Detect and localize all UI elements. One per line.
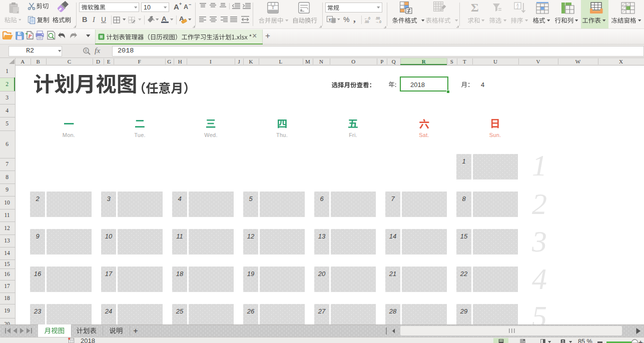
svg-text:.00: .00 xyxy=(375,16,380,20)
svg-text:R: R xyxy=(85,48,87,53)
svg-text:P: P xyxy=(28,33,32,39)
svg-text:→.0: →.0 xyxy=(375,20,381,24)
svg-text:T: T xyxy=(272,5,275,10)
svg-text:←.0: ←.0 xyxy=(364,16,370,20)
svg-text:Z: Z xyxy=(517,6,519,10)
svg-text:¥: ¥ xyxy=(328,17,331,22)
svg-text:.00: .00 xyxy=(364,20,369,24)
